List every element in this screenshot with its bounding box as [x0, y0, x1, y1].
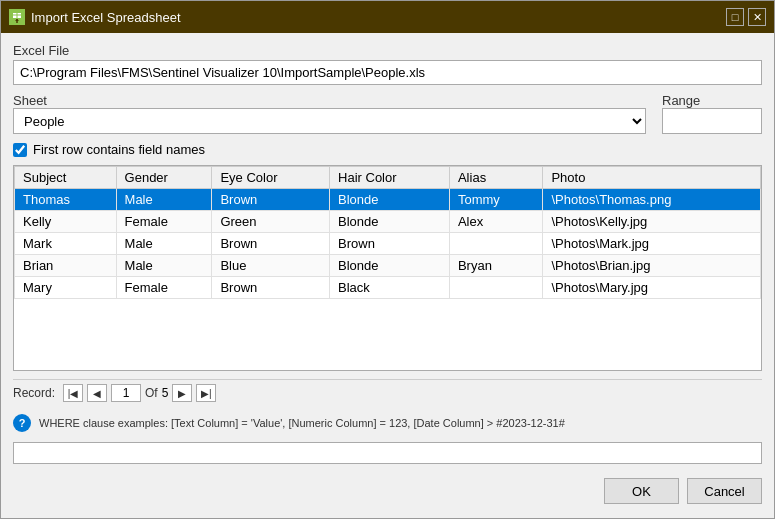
cancel-button[interactable]: Cancel: [687, 478, 762, 504]
table-cell: Kelly: [15, 211, 117, 233]
checkbox-label: First row contains field names: [33, 142, 205, 157]
excel-file-value: C:\Program Files\FMS\Sentinel Visualizer…: [13, 60, 762, 85]
table-header: Subject Gender Eye Color Hair Color Alia…: [15, 167, 761, 189]
range-col: Range: [662, 93, 762, 134]
sheet-range-row: Sheet People Range: [13, 93, 762, 134]
where-input-row: [13, 442, 762, 464]
title-bar: Import Excel Spreadsheet □ ✕: [1, 1, 774, 33]
where-clause-input[interactable]: [13, 442, 762, 464]
table-row[interactable]: MaryFemaleBrownBlack\Photos\Mary.jpg: [15, 277, 761, 299]
table-cell: Green: [212, 211, 330, 233]
table-cell: Black: [330, 277, 450, 299]
table-cell: Brown: [212, 189, 330, 211]
table-cell: Female: [116, 211, 212, 233]
table-cell: Blonde: [330, 189, 450, 211]
sheet-col: Sheet People: [13, 93, 646, 134]
window-icon: [9, 9, 25, 25]
import-excel-window: Import Excel Spreadsheet □ ✕ Excel File …: [0, 0, 775, 519]
range-label: Range: [662, 93, 762, 108]
table-cell: [449, 277, 543, 299]
window-title: Import Excel Spreadsheet: [31, 10, 181, 25]
table-cell: \Photos\Mary.jpg: [543, 277, 761, 299]
data-table: Subject Gender Eye Color Hair Color Alia…: [14, 166, 761, 299]
sheet-label: Sheet: [13, 93, 646, 108]
ok-button[interactable]: OK: [604, 478, 679, 504]
table-cell: Mary: [15, 277, 117, 299]
where-bar: ? WHERE clause examples: [Text Column] =…: [13, 414, 762, 432]
where-clause-text: WHERE clause examples: [Text Column] = '…: [39, 417, 565, 429]
table-cell: Bryan: [449, 255, 543, 277]
excel-file-row: Excel File C:\Program Files\FMS\Sentinel…: [13, 43, 762, 85]
table-cell: Mark: [15, 233, 117, 255]
first-record-button[interactable]: |◀: [63, 384, 83, 402]
prev-record-button[interactable]: ◀: [87, 384, 107, 402]
col-hair-color: Hair Color: [330, 167, 450, 189]
first-row-checkbox[interactable]: [13, 143, 27, 157]
table-row[interactable]: ThomasMaleBrownBlondeTommy\Photos\Thomas…: [15, 189, 761, 211]
content-area: Excel File C:\Program Files\FMS\Sentinel…: [1, 33, 774, 518]
col-alias: Alias: [449, 167, 543, 189]
table-cell: Brown: [212, 233, 330, 255]
table-cell: Male: [116, 255, 212, 277]
table-cell: Blue: [212, 255, 330, 277]
record-bar: Record: |◀ ◀ Of 5 ▶ ▶|: [13, 379, 762, 404]
table-cell: Alex: [449, 211, 543, 233]
table-cell: Blonde: [330, 211, 450, 233]
record-label: Record:: [13, 386, 55, 400]
table-cell: Tommy: [449, 189, 543, 211]
table-body: ThomasMaleBrownBlondeTommy\Photos\Thomas…: [15, 189, 761, 299]
col-gender: Gender: [116, 167, 212, 189]
checkbox-row: First row contains field names: [13, 142, 762, 157]
record-total: 5: [162, 386, 169, 400]
sheet-select[interactable]: People: [13, 108, 646, 134]
table-cell: Male: [116, 233, 212, 255]
bottom-buttons: OK Cancel: [13, 472, 762, 508]
table-cell: \Photos\Mark.jpg: [543, 233, 761, 255]
col-subject: Subject: [15, 167, 117, 189]
excel-file-label: Excel File: [13, 43, 762, 58]
table-row[interactable]: BrianMaleBlueBlondeBryan\Photos\Brian.jp…: [15, 255, 761, 277]
record-number-input[interactable]: [111, 384, 141, 402]
table-cell: Thomas: [15, 189, 117, 211]
table-cell: Brown: [330, 233, 450, 255]
range-input[interactable]: [662, 108, 762, 134]
next-record-button[interactable]: ▶: [172, 384, 192, 402]
of-label: Of: [145, 386, 158, 400]
col-photo: Photo: [543, 167, 761, 189]
table-row[interactable]: MarkMaleBrownBrown\Photos\Mark.jpg: [15, 233, 761, 255]
last-record-button[interactable]: ▶|: [196, 384, 216, 402]
info-icon: ?: [13, 414, 31, 432]
col-eye-color: Eye Color: [212, 167, 330, 189]
close-button[interactable]: ✕: [748, 8, 766, 26]
title-bar-left: Import Excel Spreadsheet: [9, 9, 181, 25]
table-cell: \Photos\Brian.jpg: [543, 255, 761, 277]
restore-button[interactable]: □: [726, 8, 744, 26]
table-cell: Brian: [15, 255, 117, 277]
table-cell: \Photos\Kelly.jpg: [543, 211, 761, 233]
table-row[interactable]: KellyFemaleGreenBlondeAlex\Photos\Kelly.…: [15, 211, 761, 233]
table-cell: [449, 233, 543, 255]
title-controls: □ ✕: [726, 8, 766, 26]
table-cell: \Photos\Thomas.png: [543, 189, 761, 211]
table-cell: Female: [116, 277, 212, 299]
data-table-container: Subject Gender Eye Color Hair Color Alia…: [13, 165, 762, 371]
table-cell: Brown: [212, 277, 330, 299]
table-cell: Male: [116, 189, 212, 211]
table-cell: Blonde: [330, 255, 450, 277]
